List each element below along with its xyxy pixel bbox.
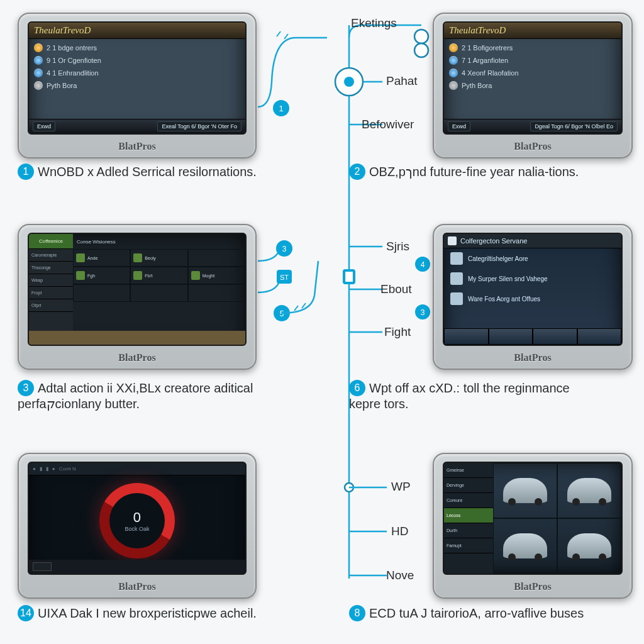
menu-row[interactable]: 7 1 Arganfioten xyxy=(444,54,621,67)
label-fight: Fight xyxy=(384,325,411,339)
caption-number: 1 xyxy=(18,164,34,180)
grid-bottom-bar xyxy=(29,331,245,345)
car-side-item[interactable]: Durth xyxy=(444,523,493,538)
device-brand: BlatPros xyxy=(19,352,255,364)
menu-row[interactable]: 2 1 Bofigoretrers xyxy=(444,42,621,54)
svg-point-18 xyxy=(345,483,353,492)
footer-right-button[interactable]: Dgeal Togn 6/ Bgor 'N Olbel Eo xyxy=(530,121,618,131)
bullet-icon xyxy=(34,56,43,65)
caption-number: 8 xyxy=(349,605,365,621)
caption-number: 3 xyxy=(18,380,34,396)
side-item[interactable]: Weap xyxy=(29,274,73,287)
menu-row[interactable]: 9 1 Or Cgenfioten xyxy=(29,54,245,67)
svg-point-6 xyxy=(276,240,292,257)
bullet-icon xyxy=(449,69,458,77)
svg-point-2 xyxy=(335,68,363,96)
svg-text:4: 4 xyxy=(421,260,425,269)
device-titlebar: TheulatTrevoD xyxy=(444,23,621,39)
caption-1: 1WnOBD x Adled Serrical resilornations. xyxy=(18,164,257,180)
svg-rect-17 xyxy=(345,272,353,282)
svg-text:1: 1 xyxy=(279,104,283,113)
device-grid: CoffeeniceConse Wisioness Caromerapie Th… xyxy=(18,224,257,370)
caption-number: 14 xyxy=(18,605,34,621)
car-side-item[interactable]: Gmeinse xyxy=(444,463,493,478)
svg-point-12 xyxy=(415,257,430,272)
car-pane[interactable] xyxy=(493,463,557,518)
grid-cell[interactable]: Beoly xyxy=(130,249,187,267)
config-item[interactable]: My Surper Silen snd Vahege xyxy=(444,269,621,289)
car-pane[interactable] xyxy=(557,463,621,518)
side-item[interactable]: Thsconge xyxy=(29,262,73,274)
device-brand: BlatPros xyxy=(19,141,255,152)
menu-row[interactable]: 2 1 bdge ontrers xyxy=(29,42,245,54)
label-ebout: Ebout xyxy=(380,282,412,296)
gauge-ring: 0Bock Oak xyxy=(99,483,175,558)
gauge-bottom-button[interactable] xyxy=(33,562,52,571)
grid-cell[interactable]: Ande xyxy=(73,249,130,267)
cell-icon xyxy=(76,271,85,280)
side-item[interactable]: Caromerapie xyxy=(29,249,73,262)
grid-cell[interactable] xyxy=(73,284,130,302)
grid-cell[interactable] xyxy=(130,284,187,302)
label-nove: Nove xyxy=(386,569,414,582)
label-eketings: Eketings xyxy=(351,16,397,30)
bullet-icon xyxy=(449,43,458,52)
grid-tab[interactable]: Coffeenice xyxy=(29,234,73,249)
label-wp: WP xyxy=(391,480,411,494)
grid-cell[interactable] xyxy=(188,249,245,267)
car-side-item-active[interactable]: Lecoss xyxy=(444,508,493,523)
menu-row[interactable]: 4 Xeonf Rlaofation xyxy=(444,67,621,79)
config-tab[interactable] xyxy=(444,328,489,345)
gauge-unit: Bock Oak xyxy=(125,526,149,532)
grid-cell[interactable]: Fgh xyxy=(73,267,130,284)
caption-8: 8ECD tuA J tairorioA, arro-vaflive buses xyxy=(349,605,584,621)
bullet-icon xyxy=(34,69,43,77)
config-tab[interactable] xyxy=(533,328,577,345)
svg-text:5: 5 xyxy=(280,309,284,318)
car-pane[interactable] xyxy=(557,518,621,574)
bullet-icon xyxy=(449,81,458,90)
side-item[interactable]: Fropt xyxy=(29,287,73,299)
bullet-icon xyxy=(34,43,43,52)
config-item[interactable]: Categriltishelger Aore xyxy=(444,248,621,269)
car-side-item[interactable]: Famupt xyxy=(444,538,493,553)
footer-left-button[interactable]: Exwd xyxy=(448,121,470,131)
grid-tab-text: Conse Wisioness xyxy=(73,234,245,249)
car-side-item[interactable]: Coreure xyxy=(444,493,493,508)
device-top-left: TheulatTrevoD 2 1 bdge ontrers 9 1 Or Cg… xyxy=(18,13,257,158)
footer-right-button[interactable]: Exeal Togn 6/ Bgor 'N Oter Fo xyxy=(157,121,242,131)
svg-point-0 xyxy=(414,30,428,43)
menu-row[interactable]: Pyth Bora xyxy=(29,79,245,92)
svg-point-14 xyxy=(415,304,430,319)
svg-rect-8 xyxy=(277,270,292,284)
car-icon xyxy=(567,533,611,558)
footer-left-button[interactable]: Exwd xyxy=(33,121,55,131)
device-brand: BlatPros xyxy=(434,352,631,364)
grid-cell[interactable]: Moght xyxy=(188,267,245,284)
caption-number: 2 xyxy=(349,164,365,180)
device-car: Gmeinse Dervinge Coreure Lecoss Durth Fa… xyxy=(433,453,633,599)
side-item[interactable]: Otprt xyxy=(29,299,73,312)
svg-text:ST: ST xyxy=(280,274,289,281)
cell-icon xyxy=(133,271,142,280)
car-side-item[interactable]: Dervinge xyxy=(444,478,493,493)
device-brand: BlatPros xyxy=(434,581,631,592)
gauge-topbar: ●▮▮●Comt N xyxy=(29,463,245,475)
config-item[interactable]: Ware Fos Aorg ant Offues xyxy=(444,289,621,309)
config-tab[interactable] xyxy=(577,328,622,345)
menu-row[interactable]: Pyth Bora xyxy=(444,79,621,92)
config-tab[interactable] xyxy=(489,328,533,345)
grid-cell[interactable]: Fb/t xyxy=(130,267,187,284)
menu-row[interactable]: 4 1 Enhrandlition xyxy=(29,67,245,79)
device-top-right: TheulatTrevoD 2 1 Bofigoretrers 7 1 Arga… xyxy=(433,13,633,158)
car-icon xyxy=(503,533,547,558)
car-pane[interactable] xyxy=(493,518,557,574)
caption-2: 2OBZ,pךnd future-fine year nalia-tions. xyxy=(349,164,579,180)
label-sjris: Sjris xyxy=(386,240,409,253)
grid-cell[interactable] xyxy=(188,284,245,302)
config-header: Colfergecton Servane xyxy=(444,234,621,248)
caption-3: 3Adtal action ii XXi,BLx creatore aditic… xyxy=(18,380,257,412)
svg-point-10 xyxy=(274,305,290,321)
device-gauge: ●▮▮●Comt N 0Bock Oak BlatPros xyxy=(18,453,257,599)
gauge-value: 0 xyxy=(133,509,141,525)
